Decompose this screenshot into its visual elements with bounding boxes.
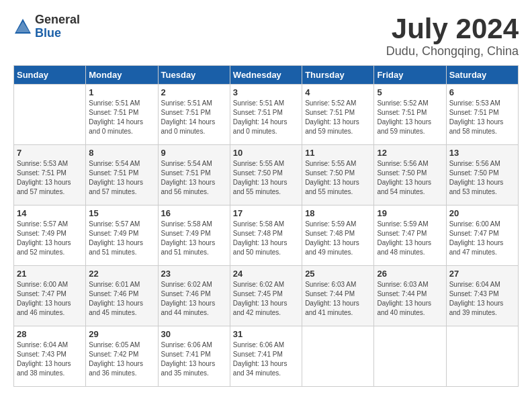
- calendar-day-cell: 14Sunrise: 5:57 AM Sunset: 7:49 PM Dayli…: [14, 205, 86, 266]
- day-info: Sunrise: 5:56 AM Sunset: 7:50 PM Dayligh…: [377, 159, 443, 197]
- logo-blue: Blue: [35, 27, 80, 40]
- calendar-day-cell: [374, 326, 446, 387]
- day-info: Sunrise: 6:02 AM Sunset: 7:46 PM Dayligh…: [161, 280, 227, 318]
- day-number: 16: [161, 208, 227, 218]
- day-number: 10: [233, 148, 299, 158]
- header-monday: Monday: [86, 66, 158, 85]
- calendar-day-cell: 2Sunrise: 5:51 AM Sunset: 7:51 PM Daylig…: [158, 85, 230, 145]
- day-info: Sunrise: 6:03 AM Sunset: 7:44 PM Dayligh…: [377, 280, 443, 318]
- header-sunday: Sunday: [14, 66, 86, 85]
- day-number: 30: [161, 329, 227, 339]
- day-info: Sunrise: 6:04 AM Sunset: 7:43 PM Dayligh…: [17, 340, 83, 378]
- day-number: 22: [89, 269, 154, 279]
- day-number: 3: [233, 87, 299, 97]
- day-number: 9: [161, 148, 227, 158]
- day-number: 13: [449, 148, 515, 158]
- day-number: 8: [89, 148, 154, 158]
- day-number: 17: [233, 208, 299, 218]
- day-info: Sunrise: 6:04 AM Sunset: 7:43 PM Dayligh…: [449, 280, 515, 318]
- day-number: 27: [449, 269, 515, 279]
- calendar-day-cell: 6Sunrise: 5:53 AM Sunset: 7:51 PM Daylig…: [446, 85, 518, 145]
- calendar-day-cell: 12Sunrise: 5:56 AM Sunset: 7:50 PM Dayli…: [374, 145, 446, 205]
- header-thursday: Thursday: [302, 66, 374, 85]
- day-number: 29: [89, 329, 154, 339]
- calendar-day-cell: 16Sunrise: 5:58 AM Sunset: 7:49 PM Dayli…: [158, 205, 230, 266]
- header-friday: Friday: [374, 66, 446, 85]
- day-info: Sunrise: 5:55 AM Sunset: 7:50 PM Dayligh…: [305, 159, 371, 197]
- calendar-day-cell: 5Sunrise: 5:52 AM Sunset: 7:51 PM Daylig…: [374, 85, 446, 145]
- calendar-day-cell: [14, 85, 86, 145]
- calendar-day-cell: 7Sunrise: 5:53 AM Sunset: 7:51 PM Daylig…: [14, 145, 86, 205]
- day-info: Sunrise: 5:59 AM Sunset: 7:48 PM Dayligh…: [305, 220, 371, 257]
- calendar-day-cell: 18Sunrise: 5:59 AM Sunset: 7:48 PM Dayli…: [302, 205, 374, 266]
- calendar-week-row: 1Sunrise: 5:51 AM Sunset: 7:51 PM Daylig…: [14, 85, 519, 145]
- calendar-week-row: 21Sunrise: 6:00 AM Sunset: 7:47 PM Dayli…: [14, 266, 519, 326]
- calendar-day-cell: [302, 326, 374, 387]
- calendar-week-row: 14Sunrise: 5:57 AM Sunset: 7:49 PM Dayli…: [14, 205, 519, 266]
- weekday-header-row: Sunday Monday Tuesday Wednesday Thursday…: [14, 66, 519, 85]
- day-number: 25: [305, 269, 371, 279]
- day-info: Sunrise: 5:54 AM Sunset: 7:51 PM Dayligh…: [89, 159, 154, 197]
- calendar-day-cell: 11Sunrise: 5:55 AM Sunset: 7:50 PM Dayli…: [302, 145, 374, 205]
- day-number: 21: [17, 269, 83, 279]
- calendar-day-cell: 24Sunrise: 6:02 AM Sunset: 7:45 PM Dayli…: [230, 266, 302, 326]
- day-info: Sunrise: 5:54 AM Sunset: 7:51 PM Dayligh…: [161, 159, 227, 197]
- day-number: 5: [377, 87, 443, 97]
- logo-icon: [13, 17, 32, 36]
- logo-general: General: [35, 13, 80, 27]
- day-info: Sunrise: 6:02 AM Sunset: 7:45 PM Dayligh…: [233, 280, 299, 318]
- calendar-day-cell: 8Sunrise: 5:54 AM Sunset: 7:51 PM Daylig…: [86, 145, 158, 205]
- title-area: July 2024 Dudu, Chongqing, China: [386, 13, 519, 58]
- day-number: 6: [449, 87, 515, 97]
- day-number: 11: [305, 148, 371, 158]
- day-number: 12: [377, 148, 443, 158]
- day-info: Sunrise: 6:03 AM Sunset: 7:44 PM Dayligh…: [305, 280, 371, 318]
- day-number: 28: [17, 329, 83, 339]
- calendar-day-cell: 28Sunrise: 6:04 AM Sunset: 7:43 PM Dayli…: [14, 326, 86, 387]
- day-info: Sunrise: 5:58 AM Sunset: 7:48 PM Dayligh…: [233, 220, 299, 257]
- calendar-day-cell: 13Sunrise: 5:56 AM Sunset: 7:50 PM Dayli…: [446, 145, 518, 205]
- day-number: 20: [449, 208, 515, 218]
- day-info: Sunrise: 5:52 AM Sunset: 7:51 PM Dayligh…: [377, 99, 443, 136]
- day-info: Sunrise: 5:52 AM Sunset: 7:51 PM Dayligh…: [305, 99, 371, 136]
- calendar-day-cell: 25Sunrise: 6:03 AM Sunset: 7:44 PM Dayli…: [302, 266, 374, 326]
- calendar-day-cell: 22Sunrise: 6:01 AM Sunset: 7:46 PM Dayli…: [86, 266, 158, 326]
- day-number: 7: [17, 148, 83, 158]
- day-number: 2: [161, 87, 227, 97]
- day-number: 31: [233, 329, 299, 339]
- calendar-day-cell: 3Sunrise: 5:51 AM Sunset: 7:51 PM Daylig…: [230, 85, 302, 145]
- day-info: Sunrise: 5:57 AM Sunset: 7:49 PM Dayligh…: [17, 220, 83, 257]
- calendar-table: Sunday Monday Tuesday Wednesday Thursday…: [13, 65, 519, 387]
- day-info: Sunrise: 5:53 AM Sunset: 7:51 PM Dayligh…: [17, 159, 83, 197]
- calendar-day-cell: 26Sunrise: 6:03 AM Sunset: 7:44 PM Dayli…: [374, 266, 446, 326]
- day-number: 18: [305, 208, 371, 218]
- svg-marker-1: [16, 21, 30, 32]
- calendar-day-cell: 30Sunrise: 6:06 AM Sunset: 7:41 PM Dayli…: [158, 326, 230, 387]
- day-number: 19: [377, 208, 443, 218]
- day-info: Sunrise: 6:00 AM Sunset: 7:47 PM Dayligh…: [449, 220, 515, 257]
- day-info: Sunrise: 6:00 AM Sunset: 7:47 PM Dayligh…: [17, 280, 83, 318]
- calendar-body: 1Sunrise: 5:51 AM Sunset: 7:51 PM Daylig…: [14, 85, 519, 387]
- day-info: Sunrise: 6:06 AM Sunset: 7:41 PM Dayligh…: [233, 340, 299, 378]
- calendar-day-cell: 10Sunrise: 5:55 AM Sunset: 7:50 PM Dayli…: [230, 145, 302, 205]
- calendar-day-cell: 20Sunrise: 6:00 AM Sunset: 7:47 PM Dayli…: [446, 205, 518, 266]
- header: General Blue July 2024 Dudu, Chongqing, …: [13, 13, 519, 58]
- day-number: 14: [17, 208, 83, 218]
- calendar-day-cell: 9Sunrise: 5:54 AM Sunset: 7:51 PM Daylig…: [158, 145, 230, 205]
- calendar-day-cell: 21Sunrise: 6:00 AM Sunset: 7:47 PM Dayli…: [14, 266, 86, 326]
- day-info: Sunrise: 5:59 AM Sunset: 7:47 PM Dayligh…: [377, 220, 443, 257]
- calendar-day-cell: 15Sunrise: 5:57 AM Sunset: 7:49 PM Dayli…: [86, 205, 158, 266]
- logo: General Blue: [13, 13, 80, 40]
- day-info: Sunrise: 5:51 AM Sunset: 7:51 PM Dayligh…: [233, 99, 299, 136]
- day-info: Sunrise: 5:53 AM Sunset: 7:51 PM Dayligh…: [449, 99, 515, 136]
- day-number: 26: [377, 269, 443, 279]
- calendar-day-cell: 27Sunrise: 6:04 AM Sunset: 7:43 PM Dayli…: [446, 266, 518, 326]
- day-info: Sunrise: 6:01 AM Sunset: 7:46 PM Dayligh…: [89, 280, 154, 318]
- day-info: Sunrise: 5:58 AM Sunset: 7:49 PM Dayligh…: [161, 220, 227, 257]
- header-wednesday: Wednesday: [230, 66, 302, 85]
- day-number: 23: [161, 269, 227, 279]
- location-title: Dudu, Chongqing, China: [386, 44, 519, 58]
- day-number: 1: [89, 87, 154, 97]
- calendar-day-cell: 19Sunrise: 5:59 AM Sunset: 7:47 PM Dayli…: [374, 205, 446, 266]
- calendar-day-cell: 1Sunrise: 5:51 AM Sunset: 7:51 PM Daylig…: [86, 85, 158, 145]
